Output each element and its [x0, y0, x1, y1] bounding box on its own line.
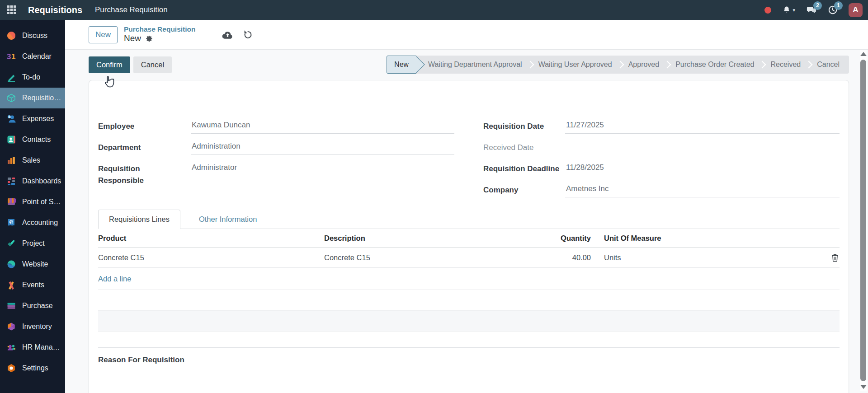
notebook-tabs: Requisitions Lines Other Information [98, 210, 840, 229]
field-label: Company [483, 183, 565, 196]
sidebar-item-purchase[interactable]: Purchase [0, 295, 65, 316]
todo-icon [6, 72, 17, 83]
action-row: Confirm Cancel New Waiting Department Ap… [89, 56, 849, 74]
menu-purchase-requisition[interactable]: Purchase Requisition [95, 5, 168, 14]
requisition-date-input[interactable]: 11/27/2025 [565, 119, 840, 134]
requisitions-icon [6, 93, 17, 103]
reason-input-area[interactable] [98, 365, 840, 393]
sidebar-item-discuss[interactable]: Discuss [0, 25, 65, 46]
table-row[interactable]: Concrete C15 Concrete C15 40.00 Units [98, 248, 840, 268]
status-dot-icon [764, 7, 771, 14]
reason-for-requisition-label: Reason For Requisition [98, 348, 840, 365]
tab-requisitions-lines[interactable]: Requisitions Lines [98, 210, 180, 229]
stage-received[interactable]: Received [764, 61, 807, 69]
field-requisition-deadline: Requisition Deadline 11/28/2025 [483, 162, 840, 183]
table-header-row: Product Description Quantity Unit Of Mea… [98, 229, 840, 248]
scroll-up-arrow[interactable] [860, 52, 867, 56]
accounting-icon: $ [6, 217, 17, 228]
events-icon [6, 280, 17, 290]
new-record-button[interactable]: New [89, 26, 118, 43]
user-avatar[interactable]: A [849, 3, 863, 17]
sidebar-item-dashboards[interactable]: Dashboards [0, 171, 65, 192]
stage-cancel[interactable]: Cancel [811, 61, 845, 69]
add-a-line-link[interactable]: Add a line [98, 275, 131, 283]
stage-purchase-order-created[interactable]: Purchase Order Created [670, 61, 760, 69]
notifications-bell[interactable]: ▾ [782, 5, 795, 15]
svg-text:1: 1 [11, 52, 15, 61]
employee-input[interactable]: Kawuma Duncan [191, 119, 454, 134]
stage-approved[interactable]: Approved [623, 61, 665, 69]
requisition-responsible-input[interactable]: Administrator [191, 162, 454, 176]
tab-other-information[interactable]: Other Information [189, 210, 267, 229]
column-header-product: Product [98, 234, 324, 243]
sidebar-item-hr-manager[interactable]: HR Manager [0, 337, 65, 358]
received-date-value [565, 140, 840, 155]
confirm-button[interactable]: Confirm [89, 56, 130, 73]
topbar: Requisitions Purchase Requisition ▾ 2 1 … [0, 0, 868, 20]
scroll-down-arrow[interactable] [860, 385, 867, 389]
field-label: Requisition Deadline [483, 162, 565, 175]
sidebar-item-expenses[interactable]: $ Expenses [0, 108, 65, 129]
breadcrumb-link[interactable]: Purchase Requisition [124, 25, 195, 34]
calendar-icon: 31 [6, 51, 17, 62]
sidebar-item-todo[interactable]: To-do [0, 67, 65, 88]
sidebar-item-calendar[interactable]: 31 Calendar [0, 46, 65, 67]
column-header-uom: Unit Of Measure [591, 234, 819, 243]
vertical-scrollbar[interactable] [860, 50, 867, 391]
cell-product[interactable]: Concrete C15 [98, 253, 324, 262]
messages-badge: 2 [813, 1, 822, 10]
sidebar-item-events[interactable]: Events [0, 275, 65, 295]
stage-arrow-tip [408, 56, 425, 73]
apps-grid-icon[interactable] [0, 0, 23, 20]
cell-quantity[interactable]: 40.00 [546, 253, 591, 262]
dashboards-icon [6, 176, 17, 187]
sidebar-item-sales[interactable]: Sales [0, 150, 65, 171]
app-name[interactable]: Requisitions [28, 5, 82, 15]
hr-manager-icon [6, 342, 17, 353]
stage-waiting-user-approved[interactable]: Waiting User Approved [533, 61, 618, 69]
discard-undo-icon[interactable] [243, 30, 253, 39]
scrollbar-thumb[interactable] [860, 60, 866, 381]
cell-uom[interactable]: Units [591, 253, 819, 262]
expenses-icon: $ [6, 113, 17, 124]
contacts-icon [6, 134, 17, 145]
field-label: Employee [98, 119, 191, 132]
statusbar: New Waiting Department Approval Waiting … [387, 56, 849, 74]
field-employee: Employee Kawuma Duncan [98, 119, 454, 140]
field-requisition-responsible: Requisition Responsible Administrator [98, 162, 454, 186]
sidebar-item-inventory[interactable]: Inventory [0, 316, 65, 337]
sales-icon [6, 155, 17, 166]
sidebar-item-website[interactable]: Website [0, 254, 65, 275]
company-input[interactable]: Ametnes Inc [565, 183, 840, 197]
sidebar-item-settings[interactable]: Settings [0, 358, 65, 379]
stage-waiting-department-approval[interactable]: Waiting Department Approval [416, 61, 528, 69]
messages-button[interactable]: 2 [806, 5, 817, 15]
save-cloud-icon[interactable] [222, 30, 233, 39]
activities-button[interactable]: 1 [828, 5, 838, 15]
field-department: Department Administration [98, 140, 454, 162]
cancel-button[interactable]: Cancel [133, 56, 172, 73]
content-area: Confirm Cancel New Waiting Department Ap… [65, 50, 868, 393]
sidebar-item-project[interactable]: Project [0, 233, 65, 254]
gear-icon[interactable] [146, 35, 153, 42]
field-label: Received Date [483, 140, 565, 154]
department-input[interactable]: Administration [191, 140, 454, 155]
cell-description[interactable]: Concrete C15 [324, 253, 546, 262]
bell-icon [782, 5, 791, 15]
sidebar-item-accounting[interactable]: $ Accounting [0, 212, 65, 233]
sidebar-item-contacts[interactable]: Contacts [0, 129, 65, 150]
field-company: Company Ametnes Inc [483, 183, 840, 204]
project-icon [6, 238, 17, 249]
chevron-down-icon: ▾ [793, 7, 795, 13]
delete-row-trash-icon[interactable] [830, 253, 840, 263]
purchase-icon [6, 300, 17, 311]
field-label: Requisition Date [483, 119, 565, 132]
stage-new[interactable]: New [387, 56, 416, 74]
requisition-deadline-input[interactable]: 11/28/2025 [565, 162, 840, 176]
sidebar-item-point-of-sale[interactable]: Point of Sale [0, 192, 65, 212]
add-line-row: Add a line [98, 268, 840, 290]
sidebar: Discuss 31 Calendar To-do Requisitions $… [0, 20, 65, 393]
sidebar-item-requisitions[interactable]: Requisitions [0, 88, 65, 108]
empty-row [98, 311, 840, 332]
main-panel: New Purchase Requisition New [65, 20, 868, 393]
